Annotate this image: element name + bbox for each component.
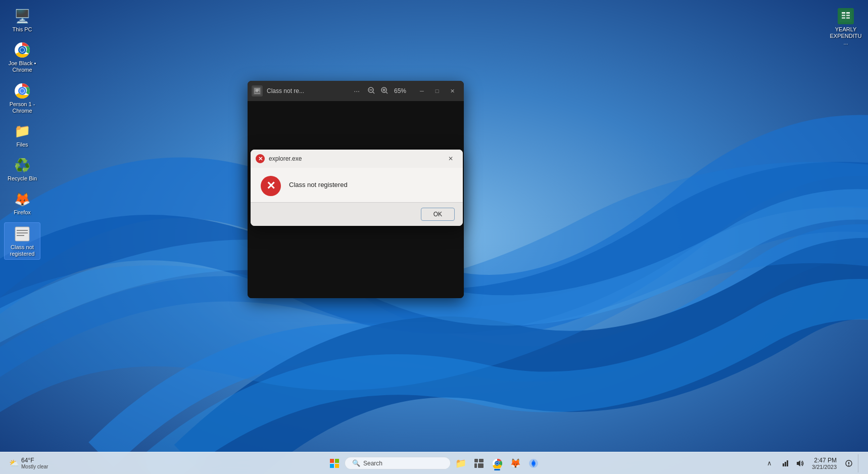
taskbar-firefox[interactable]: 🦊	[507, 455, 523, 471]
tray-volume[interactable]	[794, 457, 806, 469]
yearly-expenditure-label: YEARLY EXPENDITU...	[830, 26, 862, 46]
error-dialog: ✕ explorer.exe ✕ ✕ Class not registered …	[251, 150, 463, 226]
desktop-icon-class-not-registered[interactable]: Class not registered	[4, 222, 40, 260]
this-pc-icon: 🖥️	[13, 7, 31, 25]
svg-rect-31	[330, 459, 334, 463]
desktop-icon-files[interactable]: 📁 Files	[4, 120, 40, 150]
svg-point-44	[532, 462, 535, 465]
photo-viewer-app-icon	[252, 85, 263, 97]
svg-rect-15	[842, 12, 845, 14]
photo-viewer-toolbar: ··· 65%	[352, 86, 406, 96]
photo-viewer-title: Class not re...	[267, 87, 348, 94]
weather-text: 64°F Mostly clear	[21, 457, 48, 469]
taskbar-copilot[interactable]	[525, 455, 542, 471]
svg-line-26	[373, 92, 374, 93]
start-button[interactable]	[326, 455, 343, 471]
clock-widget[interactable]: 2:47 PM 3/21/2023	[809, 456, 840, 471]
svg-rect-45	[783, 463, 784, 466]
taskbar-center: 🔍 Search 📁 🦊	[326, 455, 542, 471]
svg-rect-18	[846, 15, 850, 16]
show-desktop-button[interactable]	[858, 454, 862, 472]
tray-chevron[interactable]: ∧	[763, 457, 776, 469]
error-close-button[interactable]: ✕	[444, 152, 458, 166]
svg-rect-50	[848, 462, 849, 464]
svg-rect-47	[787, 460, 788, 466]
desktop-icon-recycle-bin[interactable]: ♻️ Recycle Bin	[4, 154, 40, 184]
svg-line-30	[386, 92, 388, 93]
taskbar-chrome[interactable]	[489, 455, 505, 471]
photo-viewer-close-button[interactable]: ✕	[445, 84, 460, 98]
photo-viewer-titlebar: Class not re... ··· 65% ─	[248, 81, 464, 101]
svg-rect-10	[17, 230, 28, 231]
chrome-joe-label: Joe Black • Chrome	[6, 60, 38, 73]
desktop-icons-left: 🖥️ This PC Joe Black • Chrome	[4, 5, 40, 260]
desktop-icon-this-pc[interactable]: 🖥️ This PC	[4, 5, 40, 35]
taskbar-file-explorer[interactable]: 📁	[453, 455, 469, 471]
network-icon	[781, 459, 789, 467]
svg-rect-16	[846, 12, 850, 14]
weather-description: Mostly clear	[21, 464, 48, 469]
svg-rect-38	[478, 463, 484, 468]
svg-rect-17	[842, 15, 845, 16]
svg-rect-11	[17, 232, 28, 233]
class-not-registered-icon	[13, 225, 31, 243]
desktop-icon-chrome-person1[interactable]: Person 1 - Chrome	[4, 80, 40, 116]
taskbar: ⛅ 64°F Mostly clear 🔍 Search 📁	[0, 452, 868, 474]
svg-marker-48	[797, 460, 800, 466]
svg-rect-32	[335, 459, 339, 463]
error-ok-button[interactable]: OK	[421, 208, 455, 221]
taskbar-task-view[interactable]	[471, 455, 487, 471]
class-not-registered-label: Class not registered	[7, 244, 38, 257]
svg-rect-35	[474, 459, 478, 462]
photo-viewer-zoom-in-button[interactable]	[381, 87, 388, 96]
search-bar[interactable]: 🔍 Search	[345, 457, 451, 469]
error-titlebar: ✕ explorer.exe ✕	[251, 150, 463, 168]
weather-temperature: 64°F	[21, 457, 48, 464]
photo-viewer-minimize-button[interactable]: ─	[414, 84, 429, 98]
desktop-icon-firefox[interactable]: 🦊 Firefox	[4, 188, 40, 218]
desktop-icon-yearly-expenditure[interactable]: YEARLY EXPENDITU...	[828, 5, 864, 49]
chrome-person1-icon	[13, 82, 31, 100]
files-label: Files	[16, 141, 28, 148]
error-message: Class not registered	[289, 176, 348, 188]
photo-viewer-zoom-out-button[interactable]	[368, 87, 375, 96]
svg-point-8	[20, 89, 24, 93]
yearly-expenditure-icon	[837, 7, 855, 25]
file-explorer-icon: 📁	[455, 458, 466, 469]
svg-point-42	[496, 462, 499, 464]
taskbar-right: ∧ 2:47 PM 3/21/2023	[763, 454, 862, 472]
chrome-person1-label: Person 1 - Chrome	[6, 101, 38, 114]
tray-network[interactable]	[779, 457, 791, 469]
weather-widget[interactable]: ⛅ 64°F Mostly clear	[6, 456, 51, 470]
volume-icon	[796, 459, 804, 467]
photo-viewer-more-button[interactable]: ···	[352, 86, 362, 96]
svg-rect-36	[479, 459, 484, 462]
search-icon: 🔍	[352, 459, 360, 467]
firefox-icon: 🦊	[13, 190, 31, 208]
svg-rect-34	[335, 464, 339, 468]
svg-rect-9	[15, 227, 29, 241]
svg-rect-51	[848, 465, 849, 466]
notification-icon	[845, 460, 852, 467]
chrome-taskbar-icon	[492, 458, 502, 468]
recycle-bin-label: Recycle Bin	[8, 175, 37, 182]
search-label: Search	[363, 460, 382, 467]
taskbar-left: ⛅ 64°F Mostly clear	[6, 456, 51, 470]
clock-date: 3/21/2023	[812, 464, 837, 470]
clock-time: 2:47 PM	[814, 457, 837, 464]
svg-rect-46	[785, 462, 786, 466]
svg-point-4	[20, 48, 24, 52]
chrome-joe-icon	[13, 41, 31, 59]
photo-viewer-zoom-percent: 65%	[394, 87, 406, 94]
task-view-icon	[474, 459, 484, 468]
files-icon: 📁	[13, 122, 31, 140]
error-title-icon: ✕	[256, 154, 265, 163]
notification-center-button[interactable]	[843, 457, 855, 469]
svg-rect-14	[840, 10, 852, 22]
firefox-label: Firefox	[14, 209, 31, 216]
firefox-taskbar-icon: 🦊	[510, 458, 521, 469]
svg-rect-37	[474, 463, 477, 468]
this-pc-label: This PC	[12, 26, 32, 33]
desktop-icon-chrome-joe[interactable]: Joe Black • Chrome	[4, 39, 40, 75]
photo-viewer-maximize-button[interactable]: □	[429, 84, 445, 98]
